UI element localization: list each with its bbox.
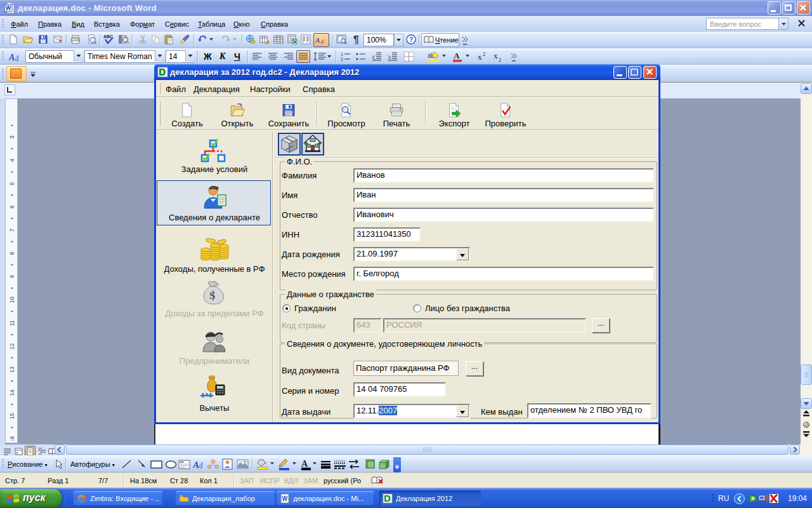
svg-text:A: A xyxy=(315,36,320,44)
svg-text:10: 10 xyxy=(9,297,15,303)
svg-text:?: ? xyxy=(409,36,413,43)
svg-text:4: 4 xyxy=(198,461,203,471)
svg-text:¶: ¶ xyxy=(353,34,359,45)
svg-text:15: 15 xyxy=(9,413,15,419)
svg-text:S: S xyxy=(209,290,215,302)
svg-text:2: 2 xyxy=(341,57,343,62)
svg-text:А: А xyxy=(301,459,308,469)
svg-text:x: x xyxy=(478,52,482,62)
svg-text:8: 8 xyxy=(9,251,15,255)
svg-text:6: 6 xyxy=(9,205,15,208)
svg-text:7: 7 xyxy=(9,229,15,232)
svg-text:2: 2 xyxy=(483,51,485,57)
svg-text:Чтение: Чтение xyxy=(435,36,459,44)
svg-text:4: 4 xyxy=(14,54,19,63)
svg-text:A: A xyxy=(8,53,15,62)
svg-text:2: 2 xyxy=(499,57,501,63)
svg-text:13: 13 xyxy=(9,366,15,373)
svg-text:11: 11 xyxy=(9,320,15,326)
svg-text:A: A xyxy=(454,51,460,60)
svg-text:5: 5 xyxy=(9,182,15,185)
svg-text:1: 1 xyxy=(341,52,343,57)
svg-text:x: x xyxy=(494,51,498,60)
svg-text:14: 14 xyxy=(9,390,15,396)
svg-text:9: 9 xyxy=(9,275,15,278)
svg-text:3: 3 xyxy=(9,135,15,138)
svg-text:4: 4 xyxy=(320,37,324,45)
svg-text:4: 4 xyxy=(9,159,15,162)
svg-text:16: 16 xyxy=(9,436,15,441)
svg-text:12: 12 xyxy=(9,343,15,349)
